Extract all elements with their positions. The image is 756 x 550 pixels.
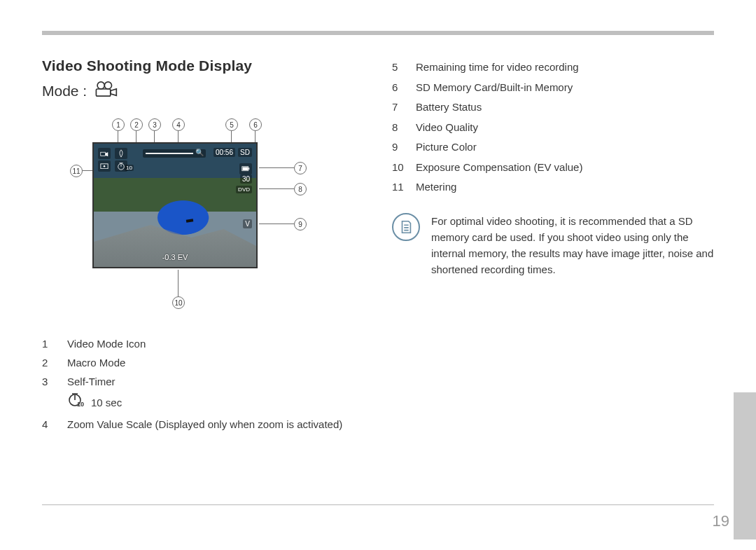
self-timer-10-icon: 10 [67,391,84,415]
legend-left: 1Video Mode Icon 2Macro Mode 3Self-Timer… [42,334,371,434]
svg-rect-8 [248,168,250,170]
movie-camera-icon [94,80,118,102]
callout-2: 2 [130,118,143,131]
note-icon [392,213,420,241]
zoom-scale: 🔍 [143,149,206,158]
svg-point-6 [104,165,106,167]
callout-5: 5 [225,118,238,131]
legend-row: 4Zoom Value Scale (Displayed only when z… [42,415,371,434]
legend-subrow: 10 10 sec [67,391,371,415]
legend-row: 1Video Mode Icon [42,334,371,353]
thumb-index-tab [734,392,756,539]
callout-1: 1 [112,118,125,131]
metering-icon [98,160,111,172]
bird-graphic [186,219,193,222]
picture-color: V [243,219,252,228]
leader [259,188,294,189]
page-content: Video Shooting Mode Display Mode : 1 2 3… [42,57,714,487]
top-rule [42,31,714,35]
video-quality: 30 [240,174,252,184]
video-format: DVD [236,186,252,193]
lcd-diagram: 1 2 3 4 5 6 7 8 9 10 11 [42,114,343,317]
leader [259,224,294,224]
section-title: Video Shooting Mode Display [42,57,371,74]
legend-row: 7Battery Status [392,97,714,118]
battery-icon [239,163,252,174]
legend-row: 10Exposure Compensation (EV value) [392,158,714,178]
svg-point-0 [97,82,104,89]
svg-rect-9 [243,167,248,171]
left-column: Video Shooting Mode Display Mode : 1 2 3… [42,57,371,434]
legend-row: 11Metering [392,177,714,198]
legend-row: 2Macro Mode [42,353,371,372]
legend-right: 5Remaining time for video recording 6SD … [392,57,714,198]
lcd-preview: 10 🔍 00:56 SD 30 DVD V -0.3 EV [92,142,258,268]
leader [178,270,178,296]
note-box: For optimal video shooting, it is recomm… [392,213,714,278]
timer-value: 10 [125,165,134,171]
leader [259,167,294,168]
callout-3: 3 [148,118,161,131]
svg-point-1 [105,82,112,89]
note-text: For optimal video shooting, it is recomm… [431,213,714,278]
svg-rect-2 [97,89,111,96]
page-number: 19 [713,512,729,530]
legend-row: 5Remaining time for video recording [392,57,714,78]
remaining-time: 00:56 [214,148,235,157]
magnifier-icon: 🔍 [195,149,204,156]
bottom-rule [42,504,714,505]
callout-9: 9 [294,218,307,231]
callout-4: 4 [172,118,185,131]
callout-6: 6 [249,118,262,131]
legend-row: 9Picture Color [392,137,714,158]
right-column: 5Remaining time for video recording 6SD … [392,57,714,278]
callout-7: 7 [294,162,307,174]
ev-value: -0.3 EV [162,253,188,261]
macro-icon [115,148,127,159]
legend-row: 6SD Memory Card/Built-in Memory [392,78,714,98]
callout-8: 8 [294,183,307,195]
video-mode-icon [98,148,111,159]
sd-card-icon: SD [238,148,252,157]
legend-row: 8Video Quality [392,118,714,138]
callout-11: 11 [70,165,83,177]
mode-label: Mode : [42,83,87,99]
svg-rect-3 [101,152,106,156]
legend-row: 3Self-Timer [42,372,371,391]
callout-10: 10 [172,296,185,309]
mode-line: Mode : [42,80,371,102]
svg-text:10: 10 [77,401,84,408]
